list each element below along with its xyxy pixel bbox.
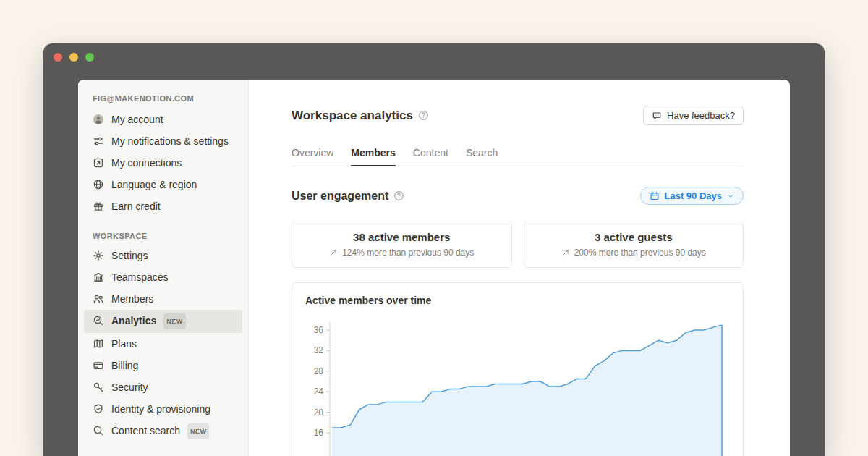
sidebar-item-plans[interactable]: Plans	[84, 333, 242, 355]
date-range-label: Last 90 Days	[665, 190, 723, 201]
window-controls	[54, 53, 94, 62]
sidebar-item-content-search[interactable]: Content searchNEW	[84, 420, 242, 443]
sidebar-item-label: Language & region	[111, 177, 197, 192]
people-icon	[93, 293, 104, 305]
chart-title: Active members over time	[305, 295, 730, 306]
tab-content[interactable]: Content	[413, 147, 448, 166]
gear-icon	[93, 250, 104, 261]
members-over-time-chart: 363228242016	[305, 318, 731, 456]
stat-value: 38 active members	[353, 231, 450, 243]
svg-text:28: 28	[314, 366, 324, 376]
workspace-menu: SettingsTeamspacesMembersAnalyticsNEWPla…	[78, 243, 248, 444]
sidebar-item-security[interactable]: Security	[84, 376, 242, 398]
minimize-window-button[interactable]	[69, 53, 78, 62]
svg-text:24: 24	[314, 387, 324, 397]
analytics-tabs: OverviewMembersContentSearch	[292, 147, 744, 166]
map-icon	[93, 338, 104, 350]
feedback-button[interactable]: Have feedback?	[643, 106, 744, 125]
help-icon[interactable]	[418, 110, 429, 121]
arrow-up-right-icon	[561, 248, 570, 257]
close-window-button[interactable]	[54, 53, 62, 62]
chart-card: Active members over time 363228242016	[292, 282, 744, 456]
section-title-text: User engagement	[292, 190, 388, 203]
sidebar-item-teamspaces[interactable]: Teamspaces	[84, 266, 242, 288]
new-badge: NEW	[187, 423, 210, 439]
svg-text:36: 36	[314, 325, 324, 335]
shield-check-icon	[93, 403, 104, 415]
sidebar-item-billing[interactable]: Billing	[84, 355, 242, 376]
engagement-stats: 38 active members124% more than previous…	[292, 221, 744, 268]
sidebar-item-language-region[interactable]: Language & region	[84, 174, 242, 195]
calendar-icon	[650, 191, 660, 201]
app-window: FIG@MAKENOTION.COM My accountMy notifica…	[43, 43, 825, 456]
stat-card: 3 active guests200% more than previous 9…	[524, 221, 744, 268]
globe-icon	[93, 179, 104, 190]
sidebar-item-label: Analytics	[111, 313, 156, 328]
sliders-icon	[93, 135, 104, 147]
svg-text:16: 16	[314, 428, 324, 438]
speech-bubble-icon	[652, 111, 662, 121]
sidebar-item-label: Billing	[111, 358, 138, 373]
sidebar-item-my-account[interactable]: My account	[84, 109, 242, 130]
section-title: User engagement	[292, 190, 404, 203]
account-menu: My accountMy notifications & settingsMy …	[78, 107, 248, 219]
arrow-up-right-box-icon	[93, 157, 104, 169]
stat-value: 3 active guests	[595, 231, 673, 243]
sidebar-item-label: My notifications & settings	[111, 134, 229, 148]
sidebar-item-settings[interactable]: Settings	[84, 245, 242, 266]
settings-dialog: FIG@MAKENOTION.COM My accountMy notifica…	[78, 80, 790, 456]
page-title: Workspace analytics	[292, 109, 429, 123]
new-badge: NEW	[163, 313, 186, 329]
credit-card-icon	[93, 360, 104, 371]
engagement-header: User engagement Last 90 Days	[292, 187, 744, 205]
svg-text:32: 32	[314, 345, 324, 355]
settings-sidebar: FIG@MAKENOTION.COM My accountMy notifica…	[78, 80, 249, 456]
sidebar-item-label: Teamspaces	[111, 270, 169, 284]
gift-icon	[93, 200, 104, 212]
avatar-icon	[93, 114, 104, 125]
sidebar-item-label: Identity & provisioning	[111, 402, 210, 416]
sidebar-item-label: Members	[111, 292, 153, 306]
sidebar-item-my-connections[interactable]: My connections	[84, 152, 242, 174]
date-range-button[interactable]: Last 90 Days	[640, 187, 744, 205]
sidebar-item-members[interactable]: Members	[84, 288, 242, 310]
workspace-section-header: WORKSPACE	[78, 219, 248, 243]
svg-text:20: 20	[314, 408, 324, 418]
page-header: Workspace analytics Have feedback?	[292, 106, 744, 125]
page-title-text: Workspace analytics	[292, 109, 413, 123]
stat-card: 38 active members124% more than previous…	[292, 221, 512, 268]
sidebar-item-label: Settings	[111, 248, 148, 263]
chevron-down-icon	[727, 193, 734, 200]
arrow-up-right-icon	[329, 248, 338, 257]
analytics-magnifier-icon	[93, 315, 104, 326]
sidebar-item-label: Earn credit	[111, 199, 161, 214]
sidebar-item-label: Security	[111, 380, 148, 394]
sidebar-item-my-notifications-settings[interactable]: My notifications & settings	[84, 130, 242, 152]
stat-delta: 200% more than previous 90 days	[561, 248, 706, 258]
sidebar-item-analytics[interactable]: AnalyticsNEW	[84, 310, 242, 333]
main-content: Workspace analytics Have feedback? Overv…	[249, 80, 790, 456]
sidebar-item-earn-credit[interactable]: Earn credit	[84, 195, 242, 217]
sidebar-item-label: My connections	[111, 156, 182, 170]
key-icon	[93, 381, 104, 393]
zoom-window-button[interactable]	[85, 53, 94, 62]
feedback-button-label: Have feedback?	[667, 110, 735, 121]
account-email: FIG@MAKENOTION.COM	[78, 90, 248, 107]
tab-search[interactable]: Search	[466, 147, 498, 166]
sidebar-item-label: Content search	[111, 423, 180, 438]
sidebar-item-identity-provisioning[interactable]: Identity & provisioning	[84, 398, 242, 420]
stat-delta-text: 124% more than previous 90 days	[342, 248, 474, 258]
sidebar-item-label: Plans	[111, 337, 137, 351]
stat-delta-text: 200% more than previous 90 days	[574, 248, 706, 258]
help-icon[interactable]	[393, 190, 404, 201]
stat-delta: 124% more than previous 90 days	[329, 248, 474, 258]
building-icon	[93, 271, 104, 283]
tab-members[interactable]: Members	[351, 147, 395, 166]
search-icon	[93, 425, 104, 436]
tab-overview[interactable]: Overview	[292, 147, 333, 166]
sidebar-item-label: My account	[111, 112, 163, 127]
